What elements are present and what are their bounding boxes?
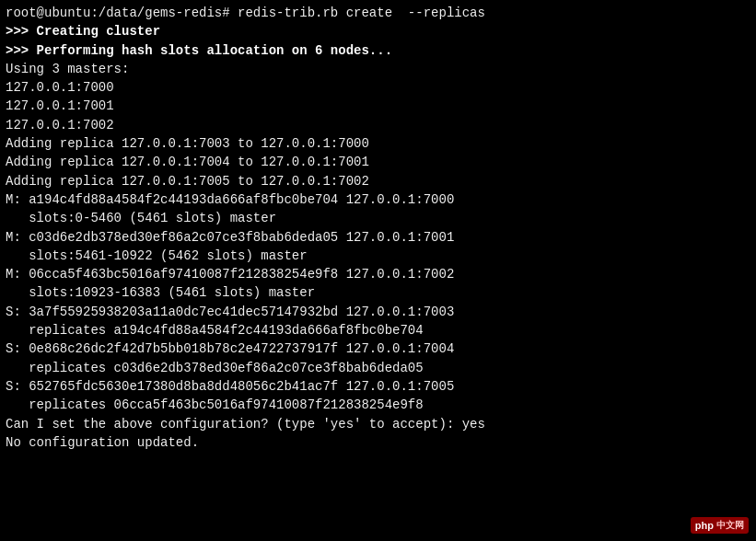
terminal-line: S: 0e868c26dc2f42d7b5bb018b78c2e47227379…: [6, 340, 750, 358]
terminal-line: slots:0-5460 (5461 slots) master: [6, 209, 750, 227]
terminal-line: 127.0.0.1:7001: [6, 97, 750, 115]
terminal-line: S: 3a7f55925938203a11a0dc7ec41dec5714793…: [6, 303, 750, 321]
terminal-line: M: 06cca5f463bc5016af97410087f212838254e…: [6, 265, 750, 283]
terminal-line: root@ubuntu:/data/gems-redis# redis-trib…: [6, 4, 750, 22]
terminal-output: root@ubuntu:/data/gems-redis# redis-trib…: [6, 4, 750, 452]
terminal-line: 127.0.0.1:7002: [6, 116, 750, 134]
terminal-line: Adding replica 127.0.0.1:7004 to 127.0.0…: [6, 153, 750, 171]
terminal-line: slots:10923-16383 (5461 slots) master: [6, 283, 750, 302]
terminal-line: S: 652765fdc5630e17380d8ba8dd48056c2b41a…: [6, 377, 750, 396]
terminal-line: M: a194c4fd88a4584f2c44193da666af8fbc0be…: [6, 190, 750, 209]
terminal-line: 127.0.0.1:7000: [6, 78, 750, 97]
terminal-line: Adding replica 127.0.0.1:7005 to 127.0.0…: [6, 172, 750, 190]
terminal-line: M: c03d6e2db378ed30ef86a2c07ce3f8bab6ded…: [6, 228, 750, 247]
php-label: php: [695, 520, 714, 531]
terminal-line: >>> Creating cluster: [6, 22, 750, 40]
terminal-line: slots:5461-10922 (5462 slots) master: [6, 247, 750, 265]
terminal-line: Using 3 masters:: [6, 60, 750, 78]
terminal-line: Adding replica 127.0.0.1:7003 to 127.0.0…: [6, 134, 750, 153]
php-badge: php 中文网: [691, 517, 749, 534]
terminal-line: >>> Performing hash slots allocation on …: [6, 41, 750, 60]
cn-label: 中文网: [716, 519, 744, 532]
terminal-window: root@ubuntu:/data/gems-redis# redis-trib…: [0, 0, 756, 541]
terminal-line: replicates c03d6e2db378ed30ef86a2c07ce3f…: [6, 359, 750, 377]
terminal-line: replicates a194c4fd88a4584f2c44193da666a…: [6, 321, 750, 340]
terminal-line: replicates 06cca5f463bc5016af97410087f21…: [6, 396, 750, 414]
terminal-line: Can I set the above configuration? (type…: [6, 415, 750, 433]
terminal-line: No configuration updated.: [6, 433, 750, 452]
